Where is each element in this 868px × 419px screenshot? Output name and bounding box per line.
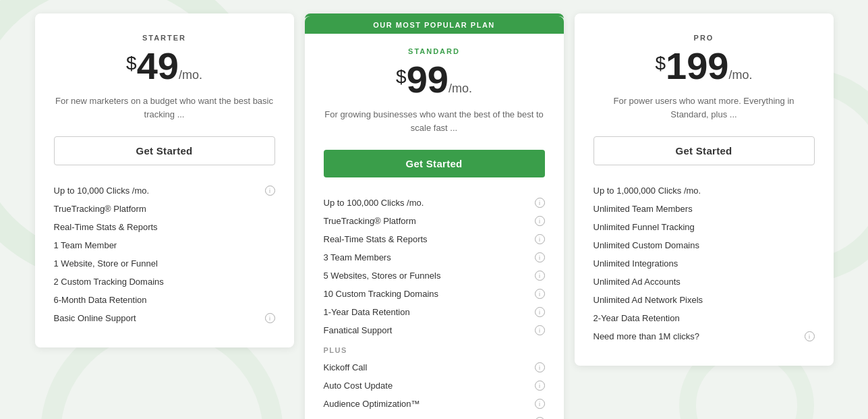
price-period: /mo.: [179, 68, 202, 82]
feature-text: Audience Optimization™: [324, 399, 531, 409]
feature-item: Unlimited Funnel Tracking: [594, 218, 815, 236]
feature-text: Up to 1,000,000 Clicks /mo.: [594, 186, 815, 196]
feature-text: Unlimited Integrations: [594, 258, 815, 269]
info-icon[interactable]: i: [535, 271, 545, 281]
feature-text: Real-Time Stats & Reports: [324, 234, 531, 244]
pricing-container: STARTER $49/mo. For new marketers on a b…: [30, 13, 839, 419]
plan-description-standard: For growing businesses who want the best…: [324, 108, 545, 136]
feature-text: Unlimited Funnel Tracking: [594, 222, 815, 232]
feature-item: TrueTracking® Platform i: [324, 212, 545, 230]
price-amount: 49: [137, 45, 179, 87]
info-icon[interactable]: i: [535, 362, 545, 372]
feature-text: Kickoff Call: [324, 362, 531, 372]
info-icon[interactable]: i: [265, 186, 275, 196]
feature-item: Unlimited Ad Network Pixels: [594, 291, 815, 309]
feature-text: Unlimited Custom Domains: [594, 240, 815, 250]
plan-card-starter: STARTER $49/mo. For new marketers on a b…: [35, 13, 294, 347]
feature-text: Up to 10,000 Clicks /mo.: [54, 186, 261, 196]
info-icon[interactable]: i: [535, 381, 545, 391]
plan-description-starter: For new marketers on a budget who want t…: [54, 94, 275, 123]
price-amount: 99: [407, 58, 449, 101]
info-icon[interactable]: i: [535, 234, 545, 244]
plus-feature-item: Cross-Device Tracking i: [324, 413, 545, 419]
features-list-pro: Up to 1,000,000 Clicks /mo. Unlimited Te…: [594, 181, 815, 345]
price-dollar: $: [126, 54, 137, 73]
feature-text: 1 Website, Store or Funnel: [54, 258, 275, 269]
feature-item: Unlimited Integrations: [594, 254, 815, 273]
feature-item: Need more than 1M clicks? i: [594, 327, 815, 345]
feature-text: 10 Custom Tracking Domains: [324, 289, 531, 299]
feature-item: 1-Year Data Retention i: [324, 303, 545, 321]
feature-text: 3 Team Members: [324, 252, 531, 262]
info-icon[interactable]: i: [535, 307, 545, 317]
plan-price-standard: $99/mo.: [324, 61, 545, 99]
plan-card-pro: PRO $199/mo. For power users who want mo…: [575, 13, 834, 366]
feature-item: Up to 10,000 Clicks /mo. i: [54, 181, 275, 200]
info-icon[interactable]: i: [535, 399, 545, 409]
plan-price-starter: $49/mo.: [54, 47, 275, 85]
cta-button-pro[interactable]: Get Started: [594, 136, 815, 165]
feature-item: 2 Custom Tracking Domains: [54, 273, 275, 291]
feature-item: 1 Website, Store or Funnel: [54, 254, 275, 273]
feature-text: Unlimited Ad Accounts: [594, 277, 815, 287]
price-dollar: $: [396, 67, 407, 86]
feature-text: Unlimited Team Members: [594, 204, 815, 214]
features-list-standard: Up to 100,000 Clicks /mo. i TrueTracking…: [324, 194, 545, 339]
feature-item: 6-Month Data Retention: [54, 291, 275, 309]
plan-price-pro: $199/mo.: [594, 47, 815, 85]
feature-item: 10 Custom Tracking Domains i: [324, 285, 545, 303]
feature-text: 1-Year Data Retention: [324, 307, 531, 317]
feature-item: Up to 100,000 Clicks /mo. i: [324, 194, 545, 212]
plus-label: PLUS: [324, 346, 545, 354]
feature-text: Basic Online Support: [54, 313, 261, 323]
plus-features-list: Kickoff Call i Auto Cost Update i Audien…: [324, 358, 545, 419]
plus-feature-item: Kickoff Call i: [324, 358, 545, 376]
feature-item: Real-Time Stats & Reports i: [324, 230, 545, 248]
info-icon[interactable]: i: [265, 313, 275, 323]
feature-text: Unlimited Ad Network Pixels: [594, 295, 815, 305]
feature-item: 3 Team Members i: [324, 248, 545, 267]
info-icon[interactable]: i: [535, 252, 545, 262]
info-icon[interactable]: i: [535, 198, 545, 208]
feature-text: 5 Websites, Stores or Funnels: [324, 271, 531, 281]
feature-item: Basic Online Support i: [54, 309, 275, 327]
feature-text: TrueTracking® Platform: [324, 216, 531, 226]
feature-item: Unlimited Custom Domains: [594, 236, 815, 254]
plan-label-starter: STARTER: [54, 34, 275, 42]
info-icon[interactable]: i: [535, 325, 545, 335]
feature-item: 2-Year Data Retention: [594, 309, 815, 327]
feature-text: 2-Year Data Retention: [594, 313, 815, 323]
price-period: /mo.: [729, 68, 753, 82]
features-list-starter: Up to 10,000 Clicks /mo. i TrueTracking®…: [54, 181, 275, 327]
feature-text: Real-Time Stats & Reports: [54, 222, 275, 232]
feature-text: Need more than 1M clicks?: [594, 331, 801, 341]
cta-button-standard[interactable]: Get Started: [324, 150, 545, 177]
feature-text: Auto Cost Update: [324, 381, 531, 391]
feature-text: TrueTracking® Platform: [54, 204, 275, 214]
feature-text: Up to 100,000 Clicks /mo.: [324, 198, 531, 208]
info-icon[interactable]: i: [805, 331, 815, 341]
feature-item: 1 Team Member: [54, 236, 275, 254]
cta-button-starter[interactable]: Get Started: [54, 136, 275, 165]
feature-item: Up to 1,000,000 Clicks /mo.: [594, 181, 815, 200]
info-icon[interactable]: i: [535, 289, 545, 299]
price-amount: 199: [666, 45, 728, 87]
info-icon[interactable]: i: [535, 216, 545, 226]
feature-item: Fanatical Support i: [324, 321, 545, 339]
plan-card-standard: OUR MOST POPULAR PLANSTANDARD $99/mo. Fo…: [305, 13, 564, 419]
feature-item: Unlimited Ad Accounts: [594, 273, 815, 291]
feature-item: 5 Websites, Stores or Funnels i: [324, 267, 545, 285]
feature-text: 6-Month Data Retention: [54, 295, 275, 305]
feature-item: Unlimited Team Members: [594, 200, 815, 218]
feature-item: TrueTracking® Platform: [54, 200, 275, 218]
feature-text: Fanatical Support: [324, 325, 531, 335]
plan-description-pro: For power users who want more. Everythin…: [594, 94, 815, 123]
price-dollar: $: [655, 54, 666, 73]
most-popular-banner: OUR MOST POPULAR PLAN: [305, 16, 564, 34]
plus-feature-item: Audience Optimization™ i: [324, 395, 545, 413]
price-period: /mo.: [449, 82, 472, 95]
feature-item: Real-Time Stats & Reports: [54, 218, 275, 236]
plan-label-standard: STANDARD: [324, 47, 545, 55]
plan-label-pro: PRO: [594, 34, 815, 42]
feature-text: 1 Team Member: [54, 240, 275, 250]
